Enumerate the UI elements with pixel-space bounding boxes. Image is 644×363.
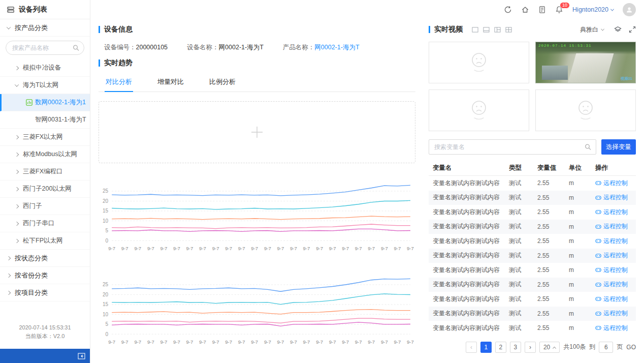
remote-control-link[interactable]: 远程控制 [595,266,635,275]
remote-control-label: 远程控制 [603,222,628,231]
video-cell-3[interactable] [429,89,529,131]
svg-text:15: 15 [103,208,109,214]
variable-search-input[interactable] [429,139,596,155]
field-value: 网0002-1-海为T [219,44,264,51]
variable-unit-cell: m [569,208,595,216]
remote-control-link[interactable]: 远程控制 [595,309,635,318]
sidebar-collapse-bar[interactable] [0,349,90,363]
document-icon[interactable] [538,6,546,14]
product-search [6,41,84,55]
tree-item[interactable]: 西门子200以太网 [0,180,90,198]
variable-name-cell: 变量名测试内容测试内容 [433,280,509,289]
remote-control-link[interactable]: 远程控制 [595,179,635,188]
svg-text:9-7: 9-7 [264,246,271,251]
user-menu[interactable]: Hignton2020 [572,6,614,13]
column-header-1: 变量名 [433,164,509,172]
tab-2[interactable]: 增量对比 [156,72,185,92]
device-list-icon [7,6,15,14]
device-info-field: 产品名称：网0002-1-海为T [283,43,360,52]
tree-item[interactable]: 西门子串口 [0,215,90,232]
refresh-icon[interactable] [504,6,512,14]
sidebar-section[interactable]: 按状态分类 [0,250,90,267]
page-size-select[interactable]: 20 [539,342,560,353]
remote-control-link[interactable]: 远程控制 [595,324,635,332]
page-button-1[interactable]: 1 [480,342,492,353]
tree-item[interactable]: 三菱FX以太网 [0,129,90,146]
remote-control-link[interactable]: 远程控制 [595,208,635,217]
video-theme-select[interactable]: 典雅白 [580,25,604,34]
remote-control-label: 远程控制 [603,208,628,217]
tree-item[interactable]: 海为T以太网 [0,77,90,94]
plus-icon [248,124,266,141]
sidebar-sections: 按状态分类按省份分类按项目分类 [0,250,90,301]
search-icon[interactable] [585,144,591,150]
prev-page-button[interactable]: ‹ [466,342,477,353]
layout-two-pane-icon[interactable] [483,26,490,33]
svg-text:5: 5 [106,321,109,327]
fullscreen-icon[interactable] [629,26,636,33]
remote-control-link[interactable]: 远程控制 [595,237,635,246]
variable-type-cell: 测试 [509,324,537,332]
column-header-5: 操作 [595,164,635,172]
notifications-bell-icon[interactable]: 10 [555,6,563,14]
avatar[interactable] [623,3,636,16]
tree-item[interactable]: 松下FP以太网 [0,232,90,250]
section-label: 按项目分类 [15,288,48,297]
add-chart-placeholder[interactable] [99,101,415,163]
tab-1[interactable]: 对比分析 [105,72,133,92]
select-variable-button[interactable]: 选择变量 [601,139,636,155]
tree-child-item[interactable]: 数网0002-1-海为1 [0,94,90,111]
tree-item[interactable]: 标准Modbus以太网 [0,146,90,163]
svg-text:9-7: 9-7 [225,339,232,345]
svg-text:9-7: 9-7 [355,339,362,345]
variable-type-cell: 测试 [509,280,537,289]
remote-control-link[interactable]: 远程控制 [595,193,635,202]
svg-text:10: 10 [103,218,109,224]
tree-child-label: 数网0002-1-海为1 [35,98,86,107]
page-button-2[interactable]: 2 [495,342,506,353]
variable-value-cell: 2.55 [537,237,569,245]
layout-three-pane-icon[interactable] [494,26,501,33]
tree-item-label: 三菱FX以太网 [23,133,62,141]
layout-grid-icon[interactable] [505,26,512,33]
remote-control-icon [595,311,601,317]
remote-control-link[interactable]: 远程控制 [595,251,635,260]
video-cell-4[interactable] [535,89,636,131]
jump-prefix-label: 到 [589,343,595,351]
svg-text:9-7: 9-7 [264,339,271,345]
device-tree: 模拟中冶设备海为T以太网数网0002-1-海为1智网0031-1-海为T三菱FX… [0,59,90,250]
tree-child-item[interactable]: 智网0031-1-海为T [0,111,90,129]
video-cell-1[interactable] [429,42,529,83]
remote-control-link[interactable]: 远程控制 [595,222,635,231]
home-icon[interactable] [521,6,529,14]
next-page-button[interactable]: › [525,342,536,353]
page-button-3[interactable]: 3 [510,342,521,353]
jump-page-input[interactable] [599,342,613,353]
svg-text:9-7: 9-7 [251,246,258,251]
go-button[interactable]: GO [626,344,636,351]
video-cell-2[interactable]: 2020-07-14 15:53:31视频01 [535,42,636,83]
remote-control-link[interactable]: 远程控制 [595,295,635,304]
tree-item[interactable]: 三菱FX编程口 [0,163,90,180]
field-label: 设备编号： [104,44,136,51]
remote-control-icon [595,325,601,331]
collapse-sidebar-icon[interactable] [78,353,85,359]
svg-text:9-7: 9-7 [225,246,232,251]
theme-selected-value: 典雅白 [580,25,598,34]
layers-icon[interactable] [614,26,622,34]
section-accent-bar [99,26,100,33]
section-accent-bar [99,59,100,67]
sidebar-section[interactable]: 按项目分类 [0,284,90,301]
tree-item[interactable]: 模拟中冶设备 [0,59,90,77]
tab-3[interactable]: 比例分析 [208,72,237,92]
layout-single-icon[interactable] [472,26,478,33]
tree-item[interactable]: 西门子 [0,198,90,215]
svg-text:9-7: 9-7 [160,246,168,251]
product-name-link[interactable]: 网0002-1-海为T [314,44,359,51]
sidebar-section-by-product[interactable]: 按产品分类 [0,19,90,37]
search-icon[interactable] [73,45,79,51]
sidebar-section[interactable]: 按省份分类 [0,267,90,284]
remote-control-link[interactable]: 远程控制 [595,280,635,289]
device-info-title: 设备信息 [99,23,415,36]
svg-text:9-7: 9-7 [108,246,115,251]
